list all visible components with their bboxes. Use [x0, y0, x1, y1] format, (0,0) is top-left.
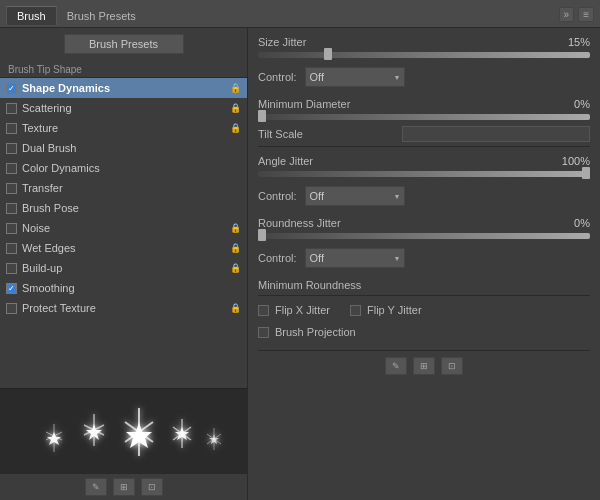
brush-preview: [0, 388, 247, 473]
control-row-3: Control: Off Fade Pen Pressure Pen Tilt: [258, 245, 590, 271]
angle-jitter-row: Angle Jitter 100%: [258, 155, 590, 167]
size-jitter-row: Size Jitter 15%: [258, 36, 590, 48]
control-select-3[interactable]: Off Fade Pen Pressure Pen Tilt: [305, 248, 405, 268]
control-select-wrapper-3[interactable]: Off Fade Pen Pressure Pen Tilt: [305, 248, 405, 268]
roundness-jitter-value: 0%: [555, 217, 590, 229]
right-grid-icon[interactable]: ⊞: [413, 357, 435, 375]
tab-icon-group: » ≡: [559, 7, 594, 25]
label-color-dynamics: Color Dynamics: [22, 162, 241, 174]
tab-brush[interactable]: Brush: [6, 6, 57, 25]
brush-projection-row: Brush Projection: [258, 326, 590, 338]
brush-item-texture[interactable]: Texture 🔒: [0, 118, 247, 138]
brush-item-brush-pose[interactable]: Brush Pose: [0, 198, 247, 218]
checkbox-scattering[interactable]: [6, 103, 17, 114]
control-label-1: Control:: [258, 71, 297, 83]
brush-item-shape-dynamics[interactable]: Shape Dynamics 🔒: [0, 78, 247, 98]
list-icon[interactable]: ⊡: [141, 478, 163, 496]
size-jitter-slider[interactable]: [258, 52, 590, 58]
menu-icon[interactable]: ≡: [578, 7, 594, 22]
lock-icon-shape-dynamics: 🔒: [230, 83, 241, 93]
collapse-icon[interactable]: »: [559, 7, 575, 22]
tilt-scale-row: Tilt Scale: [258, 126, 590, 142]
flip-y-label: Flip Y Jitter: [367, 304, 422, 316]
size-jitter-label: Size Jitter: [258, 36, 398, 48]
bottom-icon-bar: ✎ ⊞ ⊡: [0, 473, 247, 500]
checkbox-texture[interactable]: [6, 123, 17, 134]
brush-item-buildup[interactable]: Build-up 🔒: [0, 258, 247, 278]
brush-item-smoothing[interactable]: Smoothing: [0, 278, 247, 298]
brush-preview-canvas: [14, 394, 234, 469]
lock-icon-buildup: 🔒: [230, 263, 241, 273]
min-roundness-row: Minimum Roundness: [258, 279, 590, 291]
control-select-wrapper-1[interactable]: Off Fade Pen Pressure Pen Tilt: [305, 67, 405, 87]
brush-tip-shape-title: Brush Tip Shape: [0, 60, 247, 78]
lock-icon-wet-edges: 🔒: [230, 243, 241, 253]
lock-icon-protect-texture: 🔒: [230, 303, 241, 313]
checkbox-dual-brush[interactable]: [6, 143, 17, 154]
min-diameter-row: Minimum Diameter 0%: [258, 98, 590, 110]
lock-icon-texture: 🔒: [230, 123, 241, 133]
angle-jitter-label: Angle Jitter: [258, 155, 398, 167]
min-roundness-label: Minimum Roundness: [258, 279, 398, 291]
flip-row: Flip X Jitter Flip Y Jitter: [258, 304, 590, 321]
checkbox-flip-x[interactable]: [258, 305, 269, 316]
checkbox-noise[interactable]: [6, 223, 17, 234]
roundness-jitter-slider[interactable]: [258, 233, 590, 239]
brush-item-scattering[interactable]: Scattering 🔒: [0, 98, 247, 118]
min-diameter-slider[interactable]: [258, 114, 590, 120]
brush-item-color-dynamics[interactable]: Color Dynamics: [0, 158, 247, 178]
tilt-scale-box: [402, 126, 590, 142]
right-panel: Size Jitter 15% Control: Off Fade Pen Pr…: [248, 28, 600, 500]
flip-x-label: Flip X Jitter: [275, 304, 330, 316]
checkbox-flip-y[interactable]: [350, 305, 361, 316]
checkbox-shape-dynamics[interactable]: [6, 83, 17, 94]
roundness-jitter-label: Roundness Jitter: [258, 217, 398, 229]
divider-1: [258, 146, 590, 147]
tab-brush-presets[interactable]: Brush Presets: [57, 7, 146, 25]
control-label-3: Control:: [258, 252, 297, 264]
angle-jitter-value: 100%: [555, 155, 590, 167]
control-select-2[interactable]: Off Fade Pen Pressure Pen Tilt: [305, 186, 405, 206]
tilt-scale-label: Tilt Scale: [258, 128, 398, 140]
app-window: Brush Brush Presets » ≡ Brush Presets Br…: [0, 0, 600, 500]
checkbox-brush-pose[interactable]: [6, 203, 17, 214]
control-select-wrapper-2[interactable]: Off Fade Pen Pressure Pen Tilt: [305, 186, 405, 206]
checkbox-protect-texture[interactable]: [6, 303, 17, 314]
size-jitter-value: 15%: [555, 36, 590, 48]
checkbox-wet-edges[interactable]: [6, 243, 17, 254]
brush-list: Shape Dynamics 🔒 Scattering 🔒 Texture 🔒: [0, 78, 247, 388]
min-diameter-label: Minimum Diameter: [258, 98, 398, 110]
control-row-1: Control: Off Fade Pen Pressure Pen Tilt: [258, 64, 590, 90]
brush-item-protect-texture[interactable]: Protect Texture 🔒: [0, 298, 247, 318]
grid-icon[interactable]: ⊞: [113, 478, 135, 496]
checkbox-color-dynamics[interactable]: [6, 163, 17, 174]
angle-jitter-slider[interactable]: [258, 171, 590, 177]
label-protect-texture: Protect Texture: [22, 302, 230, 314]
label-wet-edges: Wet Edges: [22, 242, 230, 254]
label-brush-pose: Brush Pose: [22, 202, 241, 214]
checkbox-buildup[interactable]: [6, 263, 17, 274]
checkbox-smoothing[interactable]: [6, 283, 17, 294]
brush-item-transfer[interactable]: Transfer: [0, 178, 247, 198]
tab-bar: Brush Brush Presets » ≡: [0, 0, 600, 28]
control-select-1[interactable]: Off Fade Pen Pressure Pen Tilt: [305, 67, 405, 87]
right-list-icon[interactable]: ⊡: [441, 357, 463, 375]
right-brush-tool-icon[interactable]: ✎: [385, 357, 407, 375]
control-row-2: Control: Off Fade Pen Pressure Pen Tilt: [258, 183, 590, 209]
lock-icon-scattering: 🔒: [230, 103, 241, 113]
brush-item-noise[interactable]: Noise 🔒: [0, 218, 247, 238]
brush-tool-icon[interactable]: ✎: [85, 478, 107, 496]
checkbox-transfer[interactable]: [6, 183, 17, 194]
label-shape-dynamics: Shape Dynamics: [22, 82, 230, 94]
checkbox-brush-projection[interactable]: [258, 327, 269, 338]
brush-item-dual-brush[interactable]: Dual Brush: [0, 138, 247, 158]
brush-item-wet-edges[interactable]: Wet Edges 🔒: [0, 238, 247, 258]
roundness-jitter-row: Roundness Jitter 0%: [258, 217, 590, 229]
brush-presets-button[interactable]: Brush Presets: [64, 34, 184, 54]
label-smoothing: Smoothing: [22, 282, 241, 294]
flip-x-row: Flip X Jitter: [258, 304, 330, 316]
label-dual-brush: Dual Brush: [22, 142, 241, 154]
label-scattering: Scattering: [22, 102, 230, 114]
divider-2: [258, 295, 590, 296]
label-transfer: Transfer: [22, 182, 241, 194]
